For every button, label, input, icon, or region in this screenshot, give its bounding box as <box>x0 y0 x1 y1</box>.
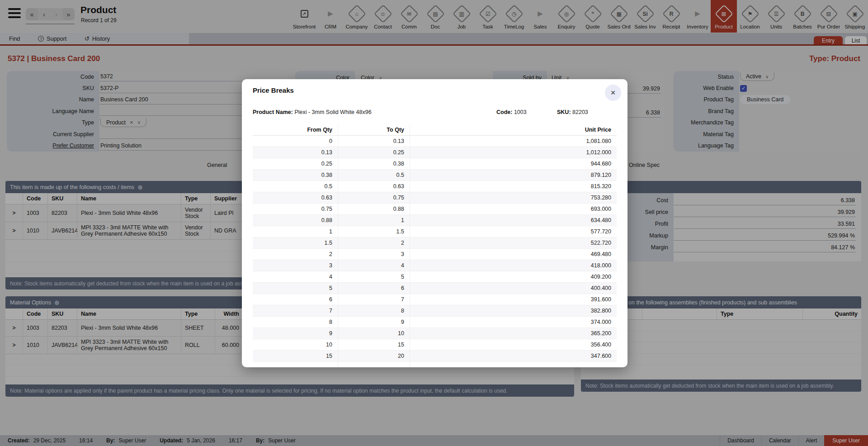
unit-price-cell: 944.680 <box>410 158 617 170</box>
from-qty-cell: 6 <box>253 294 338 305</box>
from-qty-cell: 0.75 <box>253 204 338 215</box>
column-header: Unit Price <box>410 124 617 136</box>
to-qty-cell: 2 <box>338 237 410 249</box>
price-break-row[interactable]: 0.750.88693.000 <box>253 204 617 215</box>
unit-price-cell: 391.600 <box>410 294 617 305</box>
from-qty-cell: 5 <box>253 283 338 294</box>
price-break-row[interactable]: 00.131,081.080 <box>253 136 617 147</box>
from-qty-cell: 15 <box>253 351 338 362</box>
unit-price-cell: 382.800 <box>410 305 617 317</box>
price-break-row[interactable]: 0.881634.480 <box>253 215 617 226</box>
unit-price-cell: 577.720 <box>410 226 617 237</box>
price-break-row[interactable]: 0.630.75753.280 <box>253 192 617 204</box>
from-qty-cell: 3 <box>253 260 338 271</box>
price-table-header: From QtyTo QtyUnit Price <box>253 124 617 136</box>
from-qty-cell: 4 <box>253 271 338 283</box>
price-breaks-table: From QtyTo QtyUnit Price00.131,081.0800.… <box>253 124 617 367</box>
to-qty-cell: 20 <box>338 351 410 362</box>
close-icon[interactable]: × <box>605 85 621 101</box>
product-name-value: Plexi - 3mm Solid White 48x96 <box>294 109 371 115</box>
from-qty-cell: 0.5 <box>253 181 338 192</box>
to-qty-cell: 0.5 <box>338 170 410 181</box>
unit-price-cell: 347.600 <box>410 351 617 362</box>
price-break-row[interactable]: 1015356.400 <box>253 339 617 351</box>
unit-price-cell: 879.120 <box>410 170 617 181</box>
column-header: To Qty <box>338 124 410 136</box>
to-qty-cell: 15 <box>338 339 410 351</box>
unit-price-cell: 469.480 <box>410 249 617 260</box>
unit-price-cell: 418.000 <box>410 260 617 271</box>
to-qty-cell: 6 <box>338 283 410 294</box>
to-qty-cell: 7 <box>338 294 410 305</box>
unit-price-cell: 522.720 <box>410 237 617 249</box>
to-qty-cell: 9 <box>338 317 410 328</box>
unit-price-cell: 374.000 <box>410 317 617 328</box>
to-qty-cell: 1 <box>338 215 410 226</box>
from-qty-cell: 0.25 <box>253 158 338 170</box>
sku-value: 82203 <box>572 109 588 115</box>
from-qty-cell: 0.38 <box>253 170 338 181</box>
to-qty-cell: 0.75 <box>338 192 410 204</box>
price-break-row[interactable]: 0.250.38944.680 <box>253 158 617 170</box>
to-qty-cell: 0.38 <box>338 158 410 170</box>
price-breaks-modal: Price Breaks × Product Name: Plexi - 3mm… <box>242 79 627 367</box>
to-qty-cell: 4 <box>338 260 410 271</box>
price-break-row[interactable]: 34418.000 <box>253 260 617 271</box>
modal-title: Price Breaks <box>253 86 294 94</box>
from-qty-cell: 0.88 <box>253 215 338 226</box>
column-header: From Qty <box>253 124 338 136</box>
price-break-row[interactable]: 1.52522.720 <box>253 237 617 249</box>
to-qty-cell: 3 <box>338 249 410 260</box>
to-qty-cell: 1.5 <box>338 226 410 237</box>
price-break-row-partial <box>253 362 617 367</box>
from-qty-cell: 9 <box>253 328 338 339</box>
from-qty-cell: 10 <box>253 339 338 351</box>
price-break-row[interactable]: 78382.800 <box>253 305 617 317</box>
price-break-row[interactable]: 45409.200 <box>253 271 617 283</box>
from-qty-cell: 1.5 <box>253 237 338 249</box>
to-qty-cell: 0.25 <box>338 147 410 158</box>
code-value: 1003 <box>514 109 527 115</box>
unit-price-cell: 1,012.000 <box>410 147 617 158</box>
unit-price-cell: 815.320 <box>410 181 617 192</box>
to-qty-cell: 0.13 <box>338 136 410 147</box>
unit-price-cell: 400.400 <box>410 283 617 294</box>
unit-price-cell: 409.200 <box>410 271 617 283</box>
unit-price-cell: 356.400 <box>410 339 617 351</box>
unit-price-cell: 753.280 <box>410 192 617 204</box>
from-qty-cell: 0.13 <box>253 147 338 158</box>
to-qty-cell: 0.88 <box>338 204 410 215</box>
price-break-row[interactable]: 0.50.63815.320 <box>253 181 617 192</box>
price-break-row[interactable]: 910365.200 <box>253 328 617 339</box>
product-name-label: Product Name: <box>253 109 293 115</box>
from-qty-cell: 1 <box>253 226 338 237</box>
to-qty-cell: 10 <box>338 328 410 339</box>
price-break-row[interactable]: 1520347.600 <box>253 351 617 362</box>
unit-price-cell: 365.200 <box>410 328 617 339</box>
to-qty-cell: 8 <box>338 305 410 317</box>
price-break-row[interactable]: 11.5577.720 <box>253 226 617 237</box>
price-break-row[interactable]: 56400.400 <box>253 283 617 294</box>
price-break-row[interactable]: 0.130.251,012.000 <box>253 147 617 158</box>
from-qty-cell: 2 <box>253 249 338 260</box>
price-break-row[interactable]: 0.380.5879.120 <box>253 170 617 181</box>
from-qty-cell: 7 <box>253 305 338 317</box>
price-break-row[interactable]: 23469.480 <box>253 249 617 260</box>
code-label: Code: <box>496 109 512 115</box>
unit-price-cell: 693.000 <box>410 204 617 215</box>
screen: « ‹ › » Product Record 1 of 29 ↗Storefro… <box>0 0 868 446</box>
to-qty-cell: 0.63 <box>338 181 410 192</box>
from-qty-cell: 0 <box>253 136 338 147</box>
to-qty-cell: 5 <box>338 271 410 283</box>
unit-price-cell: 634.480 <box>410 215 617 226</box>
unit-price-cell: 1,081.080 <box>410 136 617 147</box>
price-break-row[interactable]: 89374.000 <box>253 317 617 328</box>
from-qty-cell: 0.63 <box>253 192 338 204</box>
from-qty-cell: 8 <box>253 317 338 328</box>
price-break-row[interactable]: 67391.600 <box>253 294 617 305</box>
sku-label: SKU: <box>557 109 571 115</box>
